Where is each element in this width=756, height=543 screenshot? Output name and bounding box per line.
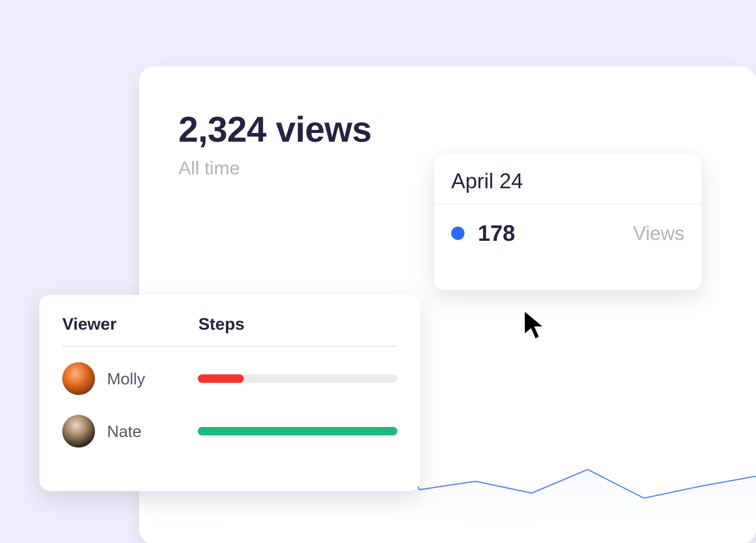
viewer-steps-card: Viewer Steps Molly Nate xyxy=(39,294,420,491)
column-header-viewer: Viewer xyxy=(62,314,198,333)
views-period-subtitle: All time xyxy=(178,157,240,179)
tooltip-metric-label: Views xyxy=(633,222,684,245)
avatar xyxy=(62,362,95,395)
chart-tooltip: April 24 178 Views xyxy=(434,154,702,290)
viewer-name: Molly xyxy=(107,369,145,388)
steps-progress-bar xyxy=(198,427,397,435)
series-color-dot xyxy=(451,227,464,240)
cursor-pointer-icon xyxy=(522,308,549,341)
tooltip-date: April 24 xyxy=(434,155,701,205)
tooltip-value: 178 xyxy=(478,220,515,246)
table-row[interactable]: Nate xyxy=(62,415,397,447)
avatar xyxy=(62,415,95,447)
viewer-name: Nate xyxy=(107,422,142,441)
column-header-steps: Steps xyxy=(198,314,397,333)
views-total-title: 2,324 views xyxy=(178,109,372,150)
steps-progress-bar xyxy=(198,374,397,383)
table-row[interactable]: Molly xyxy=(62,362,397,395)
